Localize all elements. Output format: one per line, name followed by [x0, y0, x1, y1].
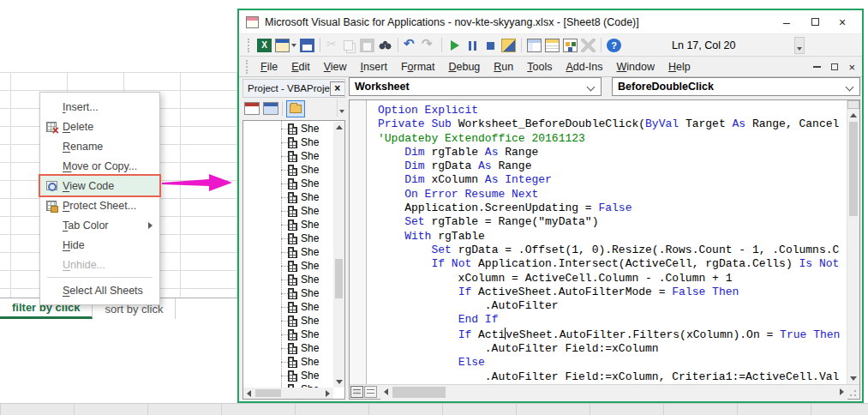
project-tree-item-sheet[interactable]: She: [243, 355, 333, 369]
project-tree-item-sheet[interactable]: She: [243, 122, 333, 135]
menu-item-move-or-copy[interactable]: Move or Copy...: [40, 156, 159, 176]
paste-icon[interactable]: [360, 39, 374, 52]
scrollbar-thumb[interactable]: [335, 259, 343, 298]
project-panel-close-button[interactable]: ×: [330, 81, 345, 96]
help-icon[interactable]: [607, 39, 621, 52]
project-tree-item-sheet[interactable]: She: [243, 190, 333, 204]
menu-item-unhide[interactable]: Unhide...: [40, 255, 159, 274]
menu-file[interactable]: File: [254, 61, 284, 73]
menu-help[interactable]: Help: [661, 61, 697, 73]
project-tree-vscrollbar[interactable]: [333, 122, 344, 388]
scrollbar-thumb[interactable]: [392, 387, 446, 398]
procedure-dropdown[interactable]: BeforeDoubleClick: [612, 77, 860, 96]
view-code-icon[interactable]: [244, 102, 260, 115]
object-dropdown[interactable]: Worksheet: [349, 77, 602, 96]
menu-item-rename[interactable]: Rename: [40, 136, 159, 156]
project-explorer-icon[interactable]: [527, 39, 542, 52]
project-tree-item-sheet[interactable]: She: [243, 369, 333, 382]
full-module-view-button[interactable]: [364, 386, 377, 398]
properties-window-icon[interactable]: [545, 39, 560, 52]
scrollbar-thumb[interactable]: [849, 122, 858, 216]
view-excel-icon[interactable]: [257, 39, 272, 52]
project-tree-item-sheet[interactable]: She: [243, 328, 333, 341]
cut-icon[interactable]: [326, 39, 340, 52]
project-tree-item-sheet[interactable]: She: [243, 300, 333, 314]
project-tree-item-sheet[interactable]: She: [243, 163, 333, 177]
break-icon[interactable]: [465, 39, 480, 52]
toolbar-options-button[interactable]: [794, 37, 805, 54]
dropdown-caret-icon[interactable]: [291, 44, 296, 47]
resize-grip[interactable]: [847, 385, 859, 400]
chevron-down-icon: [846, 83, 854, 92]
scroll-right-icon[interactable]: [326, 390, 330, 397]
scroll-down-icon[interactable]: [336, 380, 343, 384]
project-tree-hscrollbar[interactable]: [243, 388, 333, 399]
menu-item-hide[interactable]: Hide: [40, 235, 159, 255]
menu-tools[interactable]: Tools: [520, 61, 559, 73]
menu-add-ins[interactable]: Add-Ins: [559, 61, 609, 73]
menu-window[interactable]: Window: [610, 61, 661, 73]
menu-format[interactable]: Format: [394, 61, 442, 73]
menu-view[interactable]: View: [317, 61, 354, 73]
scroll-left-icon[interactable]: [384, 388, 388, 395]
find-icon[interactable]: [378, 39, 392, 52]
menu-edit[interactable]: Edit: [284, 61, 317, 73]
menubar-grip[interactable]: [246, 60, 248, 74]
project-tree-item-sheet[interactable]: She: [243, 259, 333, 273]
run-icon[interactable]: [447, 39, 462, 52]
toolbar-grip[interactable]: [248, 39, 250, 52]
line-col-indicator: Ln 17, Col 20: [672, 34, 735, 57]
project-tree-item-sheet[interactable]: She: [243, 135, 333, 149]
code-hscrollbar[interactable]: [380, 385, 847, 400]
menu-item-delete[interactable]: Delete: [40, 117, 159, 136]
code-vscrollbar[interactable]: [847, 100, 859, 384]
project-tree-item-sheet[interactable]: She: [243, 273, 333, 286]
project-tree-item-sheet[interactable]: She: [243, 149, 333, 163]
redo-icon[interactable]: [422, 39, 436, 52]
toggle-folders-button[interactable]: [286, 100, 305, 117]
code-editor[interactable]: Option ExplicitPrivate Sub Worksheet_Bef…: [349, 99, 860, 400]
scrollbar-thumb[interactable]: [255, 389, 281, 397]
code-text[interactable]: Option ExplicitPrivate Sub Worksheet_Bef…: [378, 104, 846, 384]
reset-icon[interactable]: [483, 39, 498, 52]
menu-item-select-all-sheets[interactable]: Select All Sheets: [40, 280, 159, 300]
copy-icon[interactable]: [344, 40, 353, 51]
scroll-up-icon[interactable]: [850, 113, 857, 117]
menu-item-view-code[interactable]: View Code: [40, 176, 159, 195]
scroll-up-icon[interactable]: [336, 125, 343, 129]
scroll-left-icon[interactable]: [247, 390, 251, 397]
maximize-button[interactable]: [802, 10, 828, 33]
menu-item-insert[interactable]: Insert...: [40, 97, 159, 117]
project-tree-item-sheet[interactable]: She: [243, 218, 333, 232]
menu-insert[interactable]: Insert: [354, 61, 394, 73]
mdi-restore-icon[interactable]: [831, 63, 838, 70]
mdi-close-icon[interactable]: ×: [848, 62, 855, 73]
project-tree-item-sheet[interactable]: She: [243, 314, 333, 328]
view-object-icon[interactable]: [263, 102, 278, 115]
splitter-handle[interactable]: [847, 100, 859, 109]
toolbox-icon[interactable]: [581, 39, 596, 52]
minimize-button[interactable]: –: [774, 10, 799, 33]
object-browser-icon[interactable]: [563, 39, 578, 52]
save-icon[interactable]: [300, 39, 314, 52]
project-toolbar-options[interactable]: [337, 99, 345, 117]
menu-run[interactable]: Run: [487, 61, 520, 73]
menu-item-tab-color[interactable]: Tab Color: [40, 215, 159, 235]
design-mode-icon[interactable]: [501, 39, 516, 52]
project-tree-item-sheet[interactable]: She: [243, 341, 333, 355]
close-button[interactable]: ×: [829, 10, 855, 33]
insert-userform-icon[interactable]: [275, 39, 290, 52]
project-tree-item-sheet[interactable]: She: [243, 177, 333, 190]
scroll-right-icon[interactable]: [840, 388, 844, 395]
project-tree-item-sheet[interactable]: She: [243, 232, 333, 245]
project-tree-item-sheet[interactable]: She: [243, 245, 333, 259]
project-tree-item-sheet[interactable]: She: [243, 286, 333, 300]
scroll-down-icon[interactable]: [850, 376, 857, 381]
menu-item-protect-sheet[interactable]: Protect Sheet...: [40, 195, 159, 215]
undo-icon[interactable]: [404, 39, 418, 52]
mdi-minimize-icon[interactable]: [813, 66, 821, 68]
menu-debug[interactable]: Debug: [441, 61, 487, 73]
procedure-view-button[interactable]: [350, 386, 363, 398]
tree-item-label: She: [301, 219, 319, 231]
project-tree-item-sheet[interactable]: She: [243, 204, 333, 218]
